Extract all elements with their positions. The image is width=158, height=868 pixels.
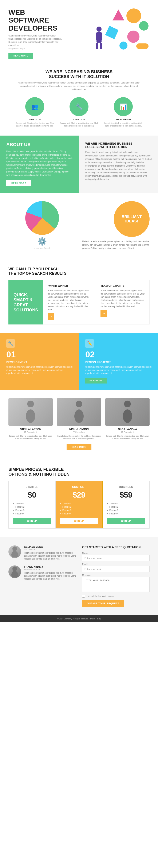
team-desc-1: Sample text. Click to select the text bo…	[8, 435, 53, 440]
award-desc: Article accident annual exposes highest …	[48, 289, 92, 311]
svg-rect-5	[100, 42, 102, 49]
svg-point-13	[11, 551, 18, 557]
team-row: STELLA LARSON IT Consultant Sample text.…	[8, 398, 150, 440]
team-photo-1	[8, 398, 53, 426]
team-name-3: OLGA IVANOVA	[105, 428, 150, 431]
card-create-circle: 🔧	[69, 97, 89, 116]
ill-circle3	[127, 31, 139, 43]
form-submit-button[interactable]: SUBMIT YOUR REQUEST	[82, 600, 124, 607]
about-cta-button[interactable]: READ MORE	[6, 180, 31, 186]
card-about-circle: 👥	[25, 97, 44, 116]
pie-chart	[25, 201, 59, 235]
plan-business-feature-4: •Feature 4	[107, 513, 145, 515]
svg-point-9	[74, 409, 84, 423]
form-label-email: Email	[82, 563, 150, 565]
about-right-description: Proin blandit lorem ipsum quis tincidunt…	[85, 151, 152, 181]
plan-business-btn[interactable]: SIGN UP	[107, 518, 145, 524]
plan-business: BUSINESS $59 •15 Users •Feature 2 •Featu…	[103, 481, 149, 528]
ill-circle4	[120, 41, 127, 50]
team-member-2: NICK JHONSON IT Consultant Sample text. …	[57, 398, 101, 440]
plan-comfort-btn[interactable]: SIGN UP	[60, 518, 98, 524]
team-name-1: STELLA LARSON	[8, 428, 53, 431]
card-about-title: ABOUT US	[15, 118, 55, 121]
team-role-3: IT Consultant	[105, 431, 150, 433]
svg-point-14	[12, 566, 17, 571]
contact-form: GET STARTED WITH A FREE QUOTATION Name E…	[82, 546, 150, 607]
team-role-2: IT Consultant	[57, 431, 101, 433]
number-2-btn[interactable]: READ MORE	[85, 378, 106, 383]
testimonial-role-2: Financial Director	[24, 568, 76, 571]
card-create-title: CREATE IT	[59, 118, 99, 121]
search-grid: QUICK, SMART & GREAT SOLUTIONS AWARD WIN…	[8, 280, 150, 324]
brilliant-section: ⚙️ Image from Freepik BRILLIANT IDEAS! M…	[0, 193, 158, 258]
svg-rect-3	[100, 33, 102, 40]
person-avatar-2	[10, 566, 19, 578]
search-section: WE CAN HELP YOU REACH THE TOP OF SEARCH …	[0, 258, 158, 333]
about-section: ABOUT US Proin blandit lorem ipsum, quis…	[0, 135, 158, 193]
footer: © 2024 Company. All rights reserved. Pri…	[0, 615, 158, 622]
person-silhouette-3	[121, 399, 134, 425]
form-field-name: Name	[82, 552, 150, 561]
plan-business-feature-3: •Feature 3	[107, 509, 145, 512]
testimonial-photo-2	[8, 565, 21, 578]
plan-comfort-price: $29	[60, 491, 98, 499]
number-2-title: DESIGN PROJECTS	[85, 361, 152, 364]
search-left-col: QUICK, SMART & GREAT SOLUTIONS	[8, 280, 43, 324]
ill-pill	[136, 43, 149, 49]
number-1-icon: 🔧	[6, 339, 15, 348]
hero-description: Ut enim ad minim veniam, quis nostrud ex…	[8, 34, 63, 47]
svg-point-6	[27, 401, 34, 407]
testimonial-2: FRANK KINNEY Financial Director Proin se…	[8, 565, 76, 581]
team-section: STELLA LARSON IT Consultant Sample text.…	[0, 390, 158, 458]
team-read-more-button[interactable]: READ MORE	[67, 444, 91, 450]
plan-business-feature-1: •15 Users	[107, 502, 145, 505]
about-left-title: ABOUT US	[6, 142, 73, 147]
hero-cta-button[interactable]: READ MORE	[8, 53, 33, 59]
plan-starter: STARTER $0 •10 Users •Feature 2 •Feature…	[9, 481, 56, 528]
svg-point-0	[96, 27, 101, 32]
plan-business-price: $59	[107, 491, 145, 499]
business-section: WE ARE INCREASING BUSINESS SUCCESS WITH …	[0, 63, 158, 135]
svg-point-15	[11, 571, 18, 578]
plan-business-name: BUSINESS	[107, 485, 145, 489]
svg-point-7	[26, 409, 35, 423]
svg-rect-2	[96, 33, 98, 40]
about-left: ABOUT US Proin blandit lorem ipsum, quis…	[0, 135, 79, 193]
team-arrow-button[interactable]: →	[100, 310, 107, 317]
person-silhouette-2	[73, 399, 85, 425]
card-what-desc: Sample text. Click to select the text bo…	[103, 122, 143, 127]
award-arrow-button[interactable]: →	[48, 313, 54, 320]
card-about-desc: Sample text. Click to select the text bo…	[15, 122, 55, 127]
brilliant-title: BRILLIANT IDEAS!	[122, 215, 142, 224]
form-input-email[interactable]	[82, 566, 150, 572]
team-member-3: OLGA IVANOVA IT Consultant Sample text. …	[105, 398, 150, 440]
person-avatar-1	[10, 546, 19, 557]
terms-label: I accept the Terms of Service	[87, 595, 114, 597]
plan-comfort-feature-3: •Feature 3	[60, 509, 98, 512]
footer-text: © 2024 Company. All rights reserved. Pri…	[57, 618, 101, 620]
card-about: 👥 ABOUT US Sample text. Click to select …	[15, 97, 55, 127]
business-cards: 👥 ABOUT US Sample text. Click to select …	[8, 97, 150, 127]
business-description: Ut enim ad minim veniam, quis nostrud ex…	[18, 81, 140, 91]
person-silhouette-1	[24, 399, 37, 425]
plan-starter-btn[interactable]: SIGN UP	[13, 518, 51, 524]
about-right-title: WE ARE INCREASING BUSINESS SUCCESS WITH …	[85, 142, 152, 149]
plan-starter-feature-2: •Feature 2	[13, 506, 51, 508]
form-label-name: Name	[82, 552, 150, 555]
form-input-name[interactable]	[82, 555, 150, 561]
terms-checkbox[interactable]	[82, 595, 85, 597]
team-desc-2: Sample text. Click to select the text bo…	[57, 435, 101, 440]
about-icon: 👥	[31, 103, 38, 110]
form-title: GET STARTED WITH A FREE QUOTATION	[82, 546, 150, 549]
contact-section: CELIA ALMEDA IT Consultant Proin sed lib…	[0, 537, 158, 615]
card-what-title: WHAT WE DO	[103, 118, 143, 121]
brilliant-bubble: BRILLIANT IDEAS!	[114, 201, 150, 237]
hero-section: WEB SOFTWARE DEVELOPERS Ut enim ad minim…	[0, 0, 158, 63]
brilliant-left: ⚙️ Image from Freepik	[8, 201, 76, 249]
award-col: AWARD WINNER Article accident annual exp…	[43, 280, 96, 324]
form-textarea-message[interactable]	[82, 577, 150, 592]
person-icon	[93, 25, 105, 51]
plan-starter-price: $0	[13, 491, 51, 499]
brilliant-image-credit: Image from Freepik	[8, 247, 76, 249]
testimonial-photo-1	[8, 546, 21, 558]
